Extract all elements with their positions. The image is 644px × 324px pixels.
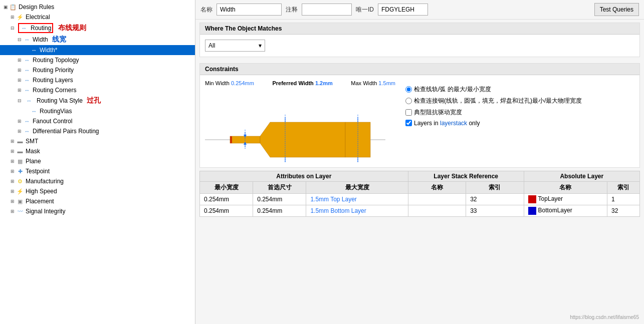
min-width-value: 0.254mm (231, 80, 254, 86)
cell-min: 0.254mm (200, 205, 253, 217)
expand-routing-priority[interactable]: ⊞ (16, 67, 23, 74)
expand-routing[interactable]: ⊟ (9, 25, 16, 32)
expand-placement[interactable]: ⊞ (9, 198, 16, 205)
tree-width-selected[interactable]: ↔ Width* (0, 45, 195, 55)
diff-pairs-label: Differential Pairs Routing (33, 128, 99, 135)
tree-width-group[interactable]: ⊟ ↔ Width 线宽 (0, 34, 195, 45)
radio-input-2[interactable] (405, 98, 412, 104)
expand-signal-integrity[interactable]: ⊞ (9, 208, 16, 215)
routing-layers-label: Routing Layers (33, 77, 73, 84)
fanout-control-label: Fanout Control (33, 118, 72, 125)
tree-routing-topology[interactable]: ⊞ ↔ Routing Topology (0, 55, 195, 65)
expand-routing-via-style[interactable]: ⊟ (16, 97, 23, 104)
expand-smt[interactable]: ⊞ (9, 138, 16, 145)
expand-width[interactable]: ⊟ (16, 36, 23, 43)
tree-fanout-control[interactable]: ⊞ ↔ Fanout Control (0, 116, 195, 126)
plane-icon: ▦ (16, 157, 24, 165)
tree-routing-priority[interactable]: ⊞ ↔ Routing Priority (0, 65, 195, 75)
radio-option-1[interactable]: 检查线轨/弧 的最大/最小宽度 (405, 85, 634, 94)
where-matches-dropdown[interactable]: All ▾ (205, 40, 265, 52)
tree-mask[interactable]: ⊞ ▬ Mask (0, 146, 195, 156)
attrs-header: Attributes on Layer (200, 171, 408, 182)
smt-label: SMT (26, 138, 38, 145)
expand-diff-pairs[interactable]: ⊞ (16, 128, 23, 135)
max-width-value: 1.5mm (378, 80, 395, 86)
col-abs-name-header: 名称 (524, 182, 607, 194)
expand-routing-corners[interactable]: ⊞ (16, 87, 23, 94)
mask-icon: ▬ (16, 147, 24, 155)
comment-input[interactable] (302, 4, 352, 16)
col-min-header: 最小宽度 (200, 182, 253, 194)
expand-high-speed[interactable]: ⊞ (9, 188, 16, 195)
svg-marker-2 (260, 122, 345, 157)
tree-manufacturing[interactable]: ⊞ ⚙ Manufacturing (0, 176, 195, 186)
checkbox-option-1[interactable]: 典型阻抗驱动宽度 (405, 108, 634, 117)
tree-smt[interactable]: ⊞ ▬ SMT (0, 136, 195, 146)
smt-icon: ▬ (16, 137, 24, 145)
cell-abs-name: TopLayer (524, 194, 607, 205)
tree-high-speed[interactable]: ⊞ ⚡ High Speed (0, 186, 195, 196)
expand-routing-topology[interactable]: ⊞ (16, 57, 23, 64)
tree-signal-integrity[interactable]: ⊞ 〰 Signal Integrity (0, 206, 195, 216)
tree-diff-pairs[interactable]: ⊞ ↔ Differential Pairs Routing (0, 126, 195, 136)
electrical-icon: ⚡ (16, 13, 24, 21)
placement-icon: ▣ (16, 197, 24, 205)
tree-routing-layers[interactable]: ⊞ ↔ Routing Layers (0, 75, 195, 85)
width-group-label: Width (33, 36, 48, 43)
tree-routing-corners[interactable]: ⊞ ↔ Routing Corners (0, 85, 195, 95)
test-queries-button[interactable]: Test Queries (594, 3, 639, 16)
radio-option-2[interactable]: 检查连接铜(线轨，圆弧，填充，焊盘和过孔)最小/最大物理宽度 (405, 97, 634, 105)
mask-label: Mask (26, 148, 40, 155)
signal-integrity-label: Signal Integrity (26, 208, 65, 215)
uid-input[interactable]: FDGYLEGH (378, 4, 428, 16)
routing-label: Routing (31, 25, 51, 32)
diff-pairs-icon: ↔ (23, 127, 31, 135)
checkbox-input-2[interactable] (405, 120, 412, 126)
checkbox-label-1: 典型阻抗驱动宽度 (414, 108, 462, 117)
tree-placement[interactable]: ⊞ ▣ Placement (0, 196, 195, 206)
annotation-via: 过孔 (87, 96, 101, 105)
routing-topology-label: Routing Topology (33, 57, 79, 64)
expand-mask[interactable]: ⊞ (9, 148, 16, 155)
tree-routing-via-style[interactable]: ⊟ ↔ Routing Via Style 过孔 (0, 95, 195, 106)
name-input[interactable]: Width (217, 4, 282, 16)
constraints-section: Constraints Min Width 0.254mm Preferred … (199, 63, 640, 168)
width-selected-icon: ↔ (30, 46, 38, 54)
expand-design-rules[interactable]: ▣ (2, 4, 9, 11)
checkbox-option-2[interactable]: Layers in layerstack only (405, 120, 634, 127)
cell-index: 33 (466, 205, 524, 217)
watermark: https://blog.csdn.net/lifaisrne65 (570, 314, 639, 320)
min-width-label-group: Min Width 0.254mm (205, 80, 254, 86)
expand-manufacturing[interactable]: ⊞ (9, 178, 16, 185)
col-pref-header: 首选尺寸 (253, 182, 306, 194)
tree-routing-vias[interactable]: ↔ RoutingVias (0, 106, 195, 116)
where-matches-section: Where The Object Matches All ▾ (199, 23, 640, 57)
cell-min: 0.254mm (200, 194, 253, 205)
expand-routing-layers[interactable]: ⊞ (16, 77, 23, 84)
data-table: Attributes on Layer Layer Stack Referenc… (199, 171, 640, 217)
signal-integrity-icon: 〰 (16, 207, 24, 215)
tree-testpoint[interactable]: ⊞ ✚ Testpoint (0, 166, 195, 176)
col-max-header: 最大宽度 (306, 182, 408, 194)
testpoint-label: Testpoint (26, 168, 50, 175)
cell-max: 1.5mm Top Layer (306, 194, 408, 205)
tree-design-rules[interactable]: ▣ 📋 Design Rules (0, 2, 195, 12)
checkbox-input-1[interactable] (405, 109, 412, 116)
right-panel: 名称 Width 注释 唯一ID FDGYLEGH Test Queries W… (195, 0, 644, 324)
checkbox-label-2: Layers in layerstack only (414, 120, 480, 127)
tree-plane[interactable]: ⊞ ▦ Plane (0, 156, 195, 166)
expand-fanout-control[interactable]: ⊞ (16, 118, 23, 125)
tree-routing[interactable]: ⊟ ↔ Routing 布线规则 (0, 22, 195, 34)
layerstack-highlight: layerstack (440, 120, 467, 127)
expand-testpoint[interactable]: ⊞ (9, 168, 16, 175)
dropdown-value: All (208, 42, 215, 49)
tree-electrical[interactable]: ⊞ ⚡ Electrical (0, 12, 195, 22)
left-tree-panel: ▣ 📋 Design Rules ⊞ ⚡ Electrical ⊟ ↔ Rout… (0, 0, 195, 324)
radio-input-1[interactable] (405, 86, 412, 93)
routing-priority-label: Routing Priority (33, 67, 74, 74)
fanout-control-icon: ↔ (23, 117, 31, 125)
cell-pref: 0.254mm (253, 194, 306, 205)
expand-plane[interactable]: ⊞ (9, 158, 16, 165)
expand-electrical[interactable]: ⊞ (9, 14, 16, 21)
routing-corners-label: Routing Corners (33, 87, 76, 94)
